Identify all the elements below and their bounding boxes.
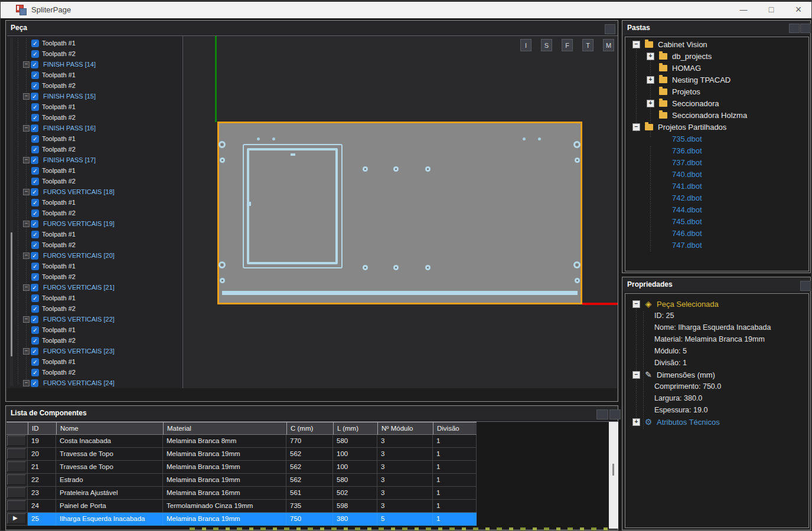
file-node[interactable]: 735.dbot bbox=[625, 133, 808, 145]
checked-checkbox[interactable]: ✓ bbox=[31, 146, 39, 153]
table-cell[interactable]: Painel de Porta bbox=[56, 500, 163, 513]
property-item[interactable]: Nome: Ilharga Esquerda Inacabada bbox=[625, 322, 808, 333]
checked-checkbox[interactable]: ✓ bbox=[31, 114, 39, 122]
row-selector[interactable] bbox=[6, 435, 28, 448]
table-cell[interactable]: 1 bbox=[433, 487, 477, 500]
checked-checkbox[interactable]: ✓ bbox=[31, 241, 39, 249]
checked-checkbox[interactable]: ✓ bbox=[31, 284, 38, 291]
operation-node[interactable]: −✓FINISH PASS [16] bbox=[15, 123, 182, 133]
table-cell[interactable]: 3 bbox=[377, 448, 433, 461]
file-node[interactable]: 742.dbot bbox=[625, 192, 808, 204]
checked-checkbox[interactable]: ✓ bbox=[31, 220, 38, 228]
table-cell[interactable]: 580 bbox=[333, 435, 377, 448]
property-item[interactable]: ID: 25 bbox=[625, 310, 808, 322]
property-item[interactable]: Divisão: 1 bbox=[625, 357, 808, 369]
checked-checkbox[interactable]: ✓ bbox=[31, 103, 39, 111]
toolpath-node[interactable]: ✓Toolpath #1 bbox=[15, 101, 182, 112]
operation-node[interactable]: −✓FUROS VERTICAIS [19] bbox=[15, 218, 182, 229]
file-node[interactable]: 744.dbot bbox=[625, 204, 808, 215]
table-cell[interactable]: 1 bbox=[433, 500, 477, 513]
table-cell[interactable]: 3 bbox=[377, 435, 433, 448]
table-cell[interactable]: Melamina Branca 19mm bbox=[163, 513, 286, 526]
toolpath-node[interactable]: ✓Toolpath #2 bbox=[15, 303, 182, 314]
collapse-toggle-icon[interactable]: − bbox=[23, 221, 30, 227]
operation-node[interactable]: −✓FINISH PASS [15] bbox=[15, 91, 182, 101]
table-cell[interactable]: 24 bbox=[28, 500, 56, 513]
folder-node[interactable]: Projetos bbox=[625, 86, 808, 97]
property-item[interactable]: Material: Melamina Branca 19mm bbox=[625, 333, 808, 345]
table-cell[interactable]: Melamina Branca 19mm bbox=[163, 461, 286, 474]
expand-toggle-icon[interactable]: + bbox=[647, 100, 654, 107]
table-cell[interactable]: 20 bbox=[28, 448, 56, 461]
toolpath-node[interactable]: ✓Toolpath #1 bbox=[15, 324, 182, 335]
table-cell[interactable]: 562 bbox=[286, 461, 333, 474]
collapse-toggle-icon[interactable]: − bbox=[632, 123, 640, 131]
table-cell[interactable]: 3 bbox=[377, 461, 433, 474]
table-cell[interactable]: 770 bbox=[286, 435, 333, 448]
table-cell[interactable]: 3 bbox=[377, 487, 433, 500]
table-cell[interactable]: 22 bbox=[28, 474, 56, 487]
operation-node[interactable]: −✓FUROS VERTICAIS [20] bbox=[15, 250, 182, 261]
operation-node[interactable]: −✓FINISH PASS [17] bbox=[15, 155, 182, 165]
column-header[interactable]: L (mm) bbox=[333, 422, 377, 435]
property-item[interactable]: Largura: 380.0 bbox=[625, 392, 808, 404]
collapse-toggle-icon[interactable]: − bbox=[23, 253, 30, 259]
table-cell[interactable]: 5 bbox=[377, 513, 433, 526]
panel-menu-button[interactable] bbox=[605, 24, 615, 34]
table-cell[interactable]: 1 bbox=[433, 435, 477, 448]
checked-checkbox[interactable]: ✓ bbox=[31, 167, 39, 175]
table-cell[interactable]: 562 bbox=[286, 448, 333, 461]
checked-checkbox[interactable]: ✓ bbox=[31, 50, 39, 58]
collapse-toggle-icon[interactable]: − bbox=[23, 284, 30, 291]
table-cell[interactable]: Melamina Branca 19mm bbox=[163, 474, 286, 487]
toolpath-node[interactable]: ✓Toolpath #2 bbox=[15, 367, 182, 378]
row-selector[interactable] bbox=[6, 500, 28, 513]
table-cell[interactable]: 23 bbox=[28, 487, 56, 500]
table-cell[interactable]: Melamina Branca 16mm bbox=[163, 487, 286, 500]
collapse-toggle-icon[interactable]: − bbox=[23, 61, 30, 68]
checked-checkbox[interactable]: ✓ bbox=[31, 348, 38, 355]
checked-checkbox[interactable]: ✓ bbox=[31, 71, 39, 79]
view-button-m[interactable]: M bbox=[603, 39, 614, 51]
expand-toggle-icon[interactable]: + bbox=[647, 76, 654, 84]
toolpath-node[interactable]: ✓Toolpath #1 bbox=[15, 165, 182, 176]
expand-toggle-icon[interactable]: + bbox=[647, 53, 654, 60]
view-button-s[interactable]: S bbox=[541, 39, 552, 51]
table-cell[interactable]: 561 bbox=[286, 487, 333, 500]
folder-node[interactable]: +Nesting TPACAD bbox=[625, 74, 808, 86]
folder-node[interactable]: Seccionadora Holzma bbox=[625, 109, 808, 121]
checked-checkbox[interactable]: ✓ bbox=[31, 199, 39, 206]
checked-checkbox[interactable]: ✓ bbox=[31, 135, 39, 143]
checked-checkbox[interactable]: ✓ bbox=[31, 231, 39, 238]
tree-scrollbar-track[interactable] bbox=[10, 38, 13, 386]
tree-scrollbar-thumb[interactable] bbox=[11, 232, 12, 356]
collapse-toggle-icon[interactable]: − bbox=[23, 125, 30, 132]
checked-checkbox[interactable]: ✓ bbox=[31, 294, 39, 302]
view-button-t[interactable]: T bbox=[582, 39, 593, 51]
folder-node[interactable]: +Seccionadora bbox=[625, 97, 808, 109]
checked-checkbox[interactable]: ✓ bbox=[31, 337, 39, 345]
column-header[interactable]: Divisão bbox=[433, 422, 477, 435]
toolpath-node[interactable]: ✓Toolpath #2 bbox=[15, 48, 182, 59]
part-canvas[interactable]: ISFTM bbox=[182, 35, 618, 388]
operation-node[interactable]: −✓FUROS VERTICAIS [21] bbox=[15, 282, 182, 293]
file-node[interactable]: 746.dbot bbox=[625, 227, 808, 239]
panel-button[interactable] bbox=[789, 24, 800, 33]
file-node[interactable]: 741.dbot bbox=[625, 180, 808, 192]
table-cell[interactable]: 735 bbox=[286, 500, 333, 513]
table-cell[interactable]: 100 bbox=[333, 448, 377, 461]
collapse-toggle-icon[interactable]: − bbox=[23, 348, 30, 355]
checked-checkbox[interactable]: ✓ bbox=[31, 156, 38, 164]
folder-node[interactable]: +db_projects bbox=[625, 50, 808, 62]
toolpath-node[interactable]: ✓Toolpath #2 bbox=[15, 335, 182, 346]
file-node[interactable]: 745.dbot bbox=[625, 215, 808, 227]
column-header[interactable]: Nome bbox=[56, 422, 163, 435]
file-node[interactable]: 736.dbot bbox=[625, 145, 808, 156]
checked-checkbox[interactable]: ✓ bbox=[31, 209, 39, 217]
collapse-toggle-icon[interactable]: − bbox=[23, 157, 30, 163]
toolpath-node[interactable]: ✓Toolpath #1 bbox=[15, 356, 182, 367]
collapse-toggle-icon[interactable]: − bbox=[632, 371, 640, 379]
row-selector[interactable] bbox=[6, 448, 28, 461]
property-item[interactable]: Comprimento: 750.0 bbox=[625, 381, 808, 392]
toolpath-node[interactable]: ✓Toolpath #1 bbox=[15, 229, 182, 240]
